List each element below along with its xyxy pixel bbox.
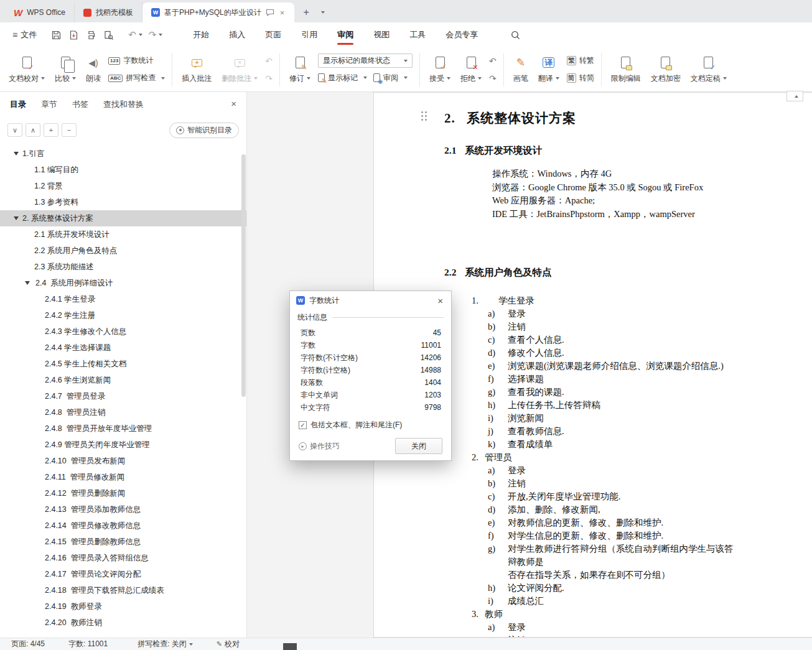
zoom-in-outline-button[interactable]: + [44, 123, 58, 137]
toc-item[interactable]: 2.4.12 管理员删除新闻 [0, 485, 246, 501]
print-button[interactable] [83, 27, 99, 43]
next-comment-button[interactable]: ↷ [265, 71, 273, 86]
word-count-button[interactable]: 123 字数统计 [108, 53, 165, 68]
toc-item[interactable]: 2.2 系统用户角色及特点 [0, 243, 246, 259]
tab-current-document[interactable]: W 基于PHP+MySQL的毕业设计 × [142, 2, 294, 22]
insert-comment-button[interactable]: 插入批注 [177, 50, 217, 90]
toc-item[interactable]: 2.4.16 管理员录入答辩组信息 [0, 550, 246, 566]
panel-tab[interactable]: 书签 [72, 99, 88, 110]
collapse-ribbon-button[interactable] [786, 91, 803, 101]
collapse-all-button[interactable]: ∨ [7, 123, 22, 137]
proofread-status[interactable]: ✎ 校对 [217, 639, 240, 649]
toc-item[interactable]: 1.引言 [0, 146, 246, 162]
menu-item[interactable]: 审阅 [327, 22, 363, 47]
close-panel-icon[interactable]: × [231, 98, 236, 109]
toc-item[interactable]: 2.4.10 管理员发布新闻 [0, 453, 246, 469]
read-aloud-button[interactable]: ◀) 朗读 [81, 50, 106, 90]
menu-item[interactable]: 页面 [255, 22, 291, 47]
menu-item[interactable]: 会员专享 [436, 22, 488, 47]
show-markup-button[interactable]: 显示标记 [318, 70, 367, 85]
tab-wps-home[interactable]: W WPS Office [5, 2, 75, 22]
toc-item[interactable]: 2.4.17 管理员论文评阅分配 [0, 566, 246, 582]
panel-tab[interactable]: 章节 [41, 99, 57, 110]
menu-item[interactable]: 工具 [399, 22, 436, 47]
tab-list-dropdown[interactable] [315, 4, 328, 21]
include-footnotes-checkbox[interactable]: ✓ 包括文本框、脚注和尾注(F) [299, 420, 442, 430]
close-tab-icon[interactable]: × [279, 8, 286, 17]
delete-comment-button[interactable]: 删除批注 [217, 50, 263, 90]
track-changes-button[interactable]: 修订 [284, 50, 315, 90]
previous-comment-button[interactable]: ↶ [265, 53, 273, 68]
panel-tab[interactable]: 目录 [10, 99, 26, 110]
translate-button[interactable]: 译 翻译 [533, 50, 564, 90]
panel-tab[interactable]: 查找和替换 [103, 99, 144, 110]
menu-item[interactable]: 视图 [363, 22, 399, 47]
toc-item[interactable]: 2.4.2 学生注册 [0, 307, 246, 323]
ink-pen-button[interactable]: ✎ 画笔 [508, 50, 533, 90]
toc-item[interactable]: 1.3 参考资料 [0, 194, 246, 210]
tips-link[interactable]: ▸ 操作技巧 [299, 441, 340, 452]
next-change-button[interactable]: ↷ [489, 71, 497, 86]
undo-button[interactable]: ↶ [125, 29, 146, 40]
export-pdf-button[interactable] [65, 27, 82, 43]
to-simplified-button[interactable]: 简 转简 [567, 71, 594, 86]
save-button[interactable] [48, 27, 64, 43]
toc-item[interactable]: 2.4.20 教师注销 [0, 615, 246, 631]
toc-item[interactable]: 2.4.13 管理员添加教师信息 [0, 501, 246, 518]
paragraph-drag-handle-icon[interactable] [421, 111, 423, 113]
menu-item[interactable]: 引用 [291, 22, 327, 47]
toc-item[interactable]: 2.4.5 学生上传相关文档 [0, 356, 246, 372]
redo-button[interactable]: ↷ [146, 29, 166, 40]
toc-item[interactable]: 1.1 编写目的 [0, 162, 246, 178]
toc-item[interactable]: 1.2 背景 [0, 178, 246, 194]
markup-state-combobox[interactable]: 显示标记的最终状态 [318, 53, 413, 68]
search-button[interactable] [506, 26, 524, 44]
reject-change-button[interactable]: 拒绝 [455, 50, 487, 90]
new-tab-button[interactable]: + [298, 4, 314, 21]
toc-item[interactable]: 2.1 系统开发环境设计 [0, 226, 246, 243]
finalize-document-button[interactable]: 文档定稿 [686, 50, 732, 90]
toc-item[interactable]: 2.3 系统功能描述 [0, 259, 246, 275]
dialog-titlebar[interactable]: W 字数统计 × [290, 291, 451, 310]
zoom-out-outline-button[interactable]: − [62, 123, 77, 137]
word-count-indicator[interactable]: 字数: 11001 [68, 639, 108, 649]
expand-arrow-icon[interactable] [14, 216, 19, 220]
toc-item[interactable]: 2. 系统整体设计方案 [0, 210, 246, 226]
toc-item[interactable]: 2.4.15 管理员删除教师信息 [0, 534, 246, 550]
toc-item[interactable]: 2.4.4 学生选择课题 [0, 340, 246, 356]
accept-change-button[interactable]: 接受 [424, 50, 455, 90]
review-pane-button[interactable]: 审阅 [373, 70, 408, 85]
toc-item[interactable]: 2.4.18 管理员下载答辩总汇成绩表 [0, 582, 246, 598]
spell-check-button[interactable]: ABC 拼写检查 [108, 71, 165, 86]
close-dialog-icon[interactable]: × [436, 295, 445, 306]
menu-item[interactable]: 插入 [219, 22, 255, 47]
toc-item[interactable]: 2.4.11 管理员修改新闻 [0, 469, 246, 485]
toc-item[interactable]: 2.4.8 管理员注销 [0, 404, 246, 420]
spell-check-status[interactable]: 拼写检查: 关闭 [138, 639, 193, 649]
expand-all-button[interactable]: ∧ [26, 123, 40, 137]
file-menu-button[interactable]: ≡ 文件 [6, 26, 43, 44]
smart-toc-button[interactable]: 智能识别目录 [169, 123, 239, 138]
toc-item[interactable]: 2.4.14 管理员修改教师信息 [0, 518, 246, 534]
print-preview-button[interactable] [100, 27, 116, 43]
toc-item[interactable]: 2.4.1 学生登录 [0, 291, 246, 307]
previous-change-button[interactable]: ↶ [489, 53, 497, 68]
toc-item[interactable]: 2.4.7 管理员登录 [0, 388, 246, 404]
toc-item[interactable]: 2.4.8 管理员开放年度毕业管理 [0, 420, 246, 437]
encrypt-document-button[interactable]: 文档加密 [646, 50, 686, 90]
close-button[interactable]: 关闭 [395, 438, 442, 454]
toc-item[interactable]: 2.4 系统用例详细设计 [0, 275, 246, 291]
toc-scrollbar[interactable] [241, 154, 246, 397]
restrict-editing-button[interactable]: 限制编辑 [606, 50, 646, 90]
toc-item[interactable]: 2.4.9 管理员关闭年度毕业管理 [0, 437, 246, 453]
proofread-button[interactable]: 文档校对 [4, 50, 50, 90]
toc-item[interactable]: 2.4.19 教师登录 [0, 598, 246, 615]
page-indicator[interactable]: 页面: 4/45 [11, 639, 45, 649]
toc-item[interactable]: 2.4.6 学生浏览新闻 [0, 372, 246, 388]
tab-docer-templates[interactable]: 找稻壳模板 [75, 2, 142, 22]
to-traditional-button[interactable]: 繁 转繁 [567, 53, 594, 68]
expand-arrow-icon[interactable] [25, 281, 30, 285]
menu-item[interactable]: 开始 [183, 22, 219, 47]
compare-button[interactable]: 比较 [50, 50, 81, 90]
toc-item[interactable]: 2.4.3 学生修改个人信息 [0, 323, 246, 340]
